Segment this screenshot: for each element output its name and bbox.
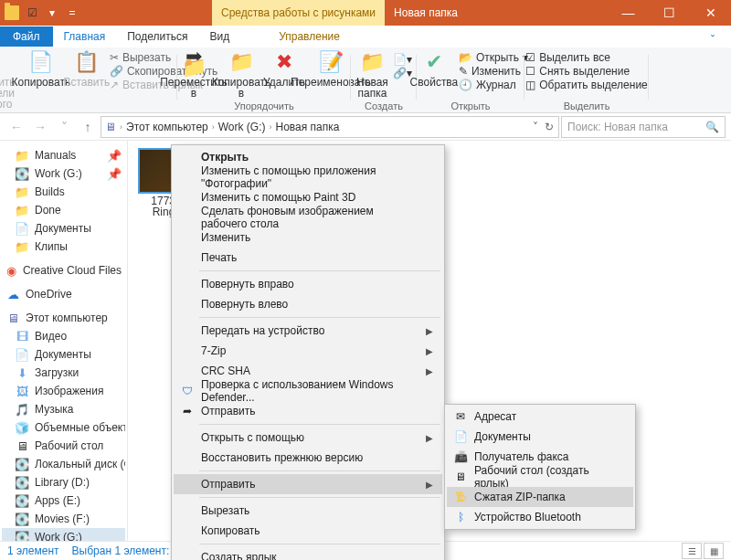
breadcrumb-folder[interactable]: Новая папка <box>276 121 340 133</box>
ctx-7zip[interactable]: 7-Zip▶ <box>174 341 442 361</box>
ctx-shortcut[interactable]: Создать ярлык <box>174 547 442 560</box>
sidebar-item-clips[interactable]: 📁Клипы <box>2 238 125 256</box>
quick-dropdown[interactable]: ▾ <box>44 5 60 21</box>
paste-big-button: 📋 Вставить <box>66 49 108 113</box>
sendto-bluetooth[interactable]: ᛒУстройство Bluetooth <box>447 507 633 527</box>
ctx-share[interactable]: ➦Отправить <box>174 401 442 421</box>
chevron-right-icon: ▶ <box>426 326 433 336</box>
status-item-count: 1 элемент <box>7 544 59 557</box>
tab-share[interactable]: Поделиться <box>116 26 198 47</box>
ctx-edit[interactable]: Изменить <box>174 227 442 248</box>
sidebar-item-cc[interactable]: ◉Creative Cloud Files <box>2 261 125 280</box>
sidebar-item-downloads[interactable]: ⬇Загрузки <box>2 364 125 382</box>
group-open-label: Открыть <box>450 100 490 111</box>
shield-icon: 🛡 <box>179 385 196 397</box>
maximize-button[interactable]: ☐ <box>649 0 690 26</box>
quick-checkbox[interactable]: ☑ <box>24 5 40 21</box>
view-details-button[interactable]: ☰ <box>682 543 702 559</box>
ctx-open-with[interactable]: Открыть с помощью▶ <box>174 428 442 448</box>
tab-view[interactable]: Вид <box>198 26 240 47</box>
ctx-edit-photos[interactable]: Изменить с помощью приложения "Фотографи… <box>174 167 442 187</box>
open-small-button[interactable]: 📂Открыть▾ <box>459 51 528 64</box>
view-thumbnails-button[interactable]: ▦ <box>704 543 724 559</box>
chevron-right-icon[interactable]: › <box>120 122 122 132</box>
sidebar-item-localdisk[interactable]: 💽Локальный диск (C:) <box>2 455 125 473</box>
sendto-documents[interactable]: 📄Документы <box>447 427 633 447</box>
separator <box>199 317 440 318</box>
sidebar-item-video[interactable]: 🎞Видео <box>2 327 125 345</box>
nav-up-button[interactable]: ↑ <box>77 116 99 138</box>
ctx-print[interactable]: Печать <box>174 248 442 268</box>
selectall-button[interactable]: ☑Выделить все <box>525 51 648 64</box>
sendto-zip[interactable]: 🗜Сжатая ZIP-папка <box>447 487 633 507</box>
open-icon: 📂 <box>459 51 472 64</box>
ctx-send-to[interactable]: Отправить▶ <box>174 474 442 494</box>
sidebar-item-manuals[interactable]: 📁Manuals📌 <box>2 146 125 164</box>
address-bar[interactable]: 🖥 › Этот компьютер › Work (G:) › Новая п… <box>101 116 559 138</box>
contextual-tab-label: Средства работы с рисунками <box>212 0 385 26</box>
easyaccess-button[interactable]: 🔗▾ <box>393 67 412 79</box>
shortcut-icon: ↗ <box>110 79 119 91</box>
tab-manage[interactable]: Управление <box>268 26 351 47</box>
nav-forward-button: → <box>29 116 51 138</box>
ctx-copy[interactable]: Копировать <box>174 521 442 541</box>
ctx-rotate-left[interactable]: Повернуть влево <box>174 294 442 314</box>
history-small-button[interactable]: 🕘Журнал <box>459 79 528 91</box>
ctx-restore[interactable]: Восстановить прежнюю версию <box>174 448 442 468</box>
minimize-button[interactable]: ― <box>608 0 649 26</box>
properties-button[interactable]: ✔Свойства <box>411 49 457 93</box>
nav-history-dropdown[interactable]: ˅ <box>53 116 75 138</box>
sidebar-item-thispc[interactable]: 🖥Этот компьютер <box>2 309 125 327</box>
breadcrumb-drive[interactable]: Work (G:) <box>218 121 266 133</box>
sidebar-item-music[interactable]: 🎵Музыка <box>2 400 125 418</box>
creative-cloud-icon: ◉ <box>5 263 17 278</box>
share-icon: ➦ <box>179 405 196 417</box>
document-icon: 📄 <box>452 430 469 443</box>
selectnone-button[interactable]: ☐Снять выделение <box>525 65 648 78</box>
sidebar-item-moviesf[interactable]: 💽Movies (F:) <box>2 510 125 528</box>
rename-button[interactable]: 📝Переименовать <box>303 49 358 99</box>
folder-icon: 📁 <box>15 239 29 254</box>
ribbon-collapse-button[interactable]: ˇ <box>694 34 731 47</box>
drive-icon: 💽 <box>15 166 29 181</box>
sidebar-item-workg[interactable]: 💽Work (G:)📌 <box>2 164 125 183</box>
sidebar-item-builds[interactable]: 📁Builds <box>2 183 125 201</box>
sendto-desktop[interactable]: 🖥Рабочий стол (создать ярлык) <box>447 467 633 487</box>
moveto-button[interactable]: ➡📁Переместить в <box>170 49 217 99</box>
search-input[interactable]: Поиск: Новая папка 🔍 <box>561 116 726 138</box>
ctx-cut[interactable]: Вырезать <box>174 501 442 521</box>
tab-file[interactable]: Файл <box>0 26 53 47</box>
ctx-defender[interactable]: 🛡Проверка с использованием Windows Defen… <box>174 381 442 401</box>
selectinvert-button[interactable]: ◫Обратить выделение <box>525 79 648 91</box>
close-button[interactable]: ✕ <box>690 0 731 26</box>
chevron-right-icon[interactable]: › <box>212 122 215 132</box>
newfolder-button[interactable]: 📁Новая папка <box>355 49 391 99</box>
ctx-set-wallpaper[interactable]: Сделать фоновым изображением рабочего ст… <box>174 207 442 227</box>
folder-icon <box>4 5 20 21</box>
ctx-rotate-right[interactable]: Повернуть вправо <box>174 274 442 294</box>
sidebar-item-workg2[interactable]: 💽Work (G:) <box>2 528 125 541</box>
nav-back-button: ← <box>5 116 27 138</box>
edit-small-button[interactable]: ✎Изменить <box>459 65 528 78</box>
quick-sep: = <box>64 5 80 21</box>
delete-button[interactable]: ✖Удалить <box>265 49 303 99</box>
newitem-button[interactable]: 📄▾ <box>393 53 412 66</box>
sidebar-item-volume[interactable]: 🧊Объемные объекты <box>2 418 125 437</box>
sidebar-item-docs[interactable]: 📄Документы <box>2 345 125 364</box>
navigation-pane[interactable]: 📁Manuals📌 💽Work (G:)📌 📁Builds 📁Done 📄Док… <box>0 141 128 541</box>
tab-home[interactable]: Главная <box>53 26 117 47</box>
sidebar-item-appse[interactable]: 💽Apps (E:) <box>2 491 125 510</box>
copyto-button[interactable]: 📁Копировать в <box>217 49 265 99</box>
ctx-cast[interactable]: Передать на устройство▶ <box>174 321 442 341</box>
sidebar-item-libraryd[interactable]: 💽Library (D:) <box>2 473 125 491</box>
sidebar-item-done[interactable]: 📁Done <box>2 201 125 219</box>
breadcrumb-root[interactable]: Этот компьютер <box>126 121 208 133</box>
sidebar-item-desktop[interactable]: 🖥Рабочий стол <box>2 437 125 455</box>
history-icon: 🕘 <box>459 79 472 91</box>
sendto-recipient[interactable]: ✉Адресат <box>447 407 633 427</box>
sidebar-item-images[interactable]: 🖼Изображения <box>2 382 125 400</box>
chevron-right-icon[interactable]: › <box>270 122 272 132</box>
copy-big-button[interactable]: 📄 Копировать <box>16 49 66 113</box>
sidebar-item-documents[interactable]: 📄Документы <box>2 219 125 238</box>
sidebar-item-onedrive[interactable]: ☁OneDrive <box>2 285 125 303</box>
